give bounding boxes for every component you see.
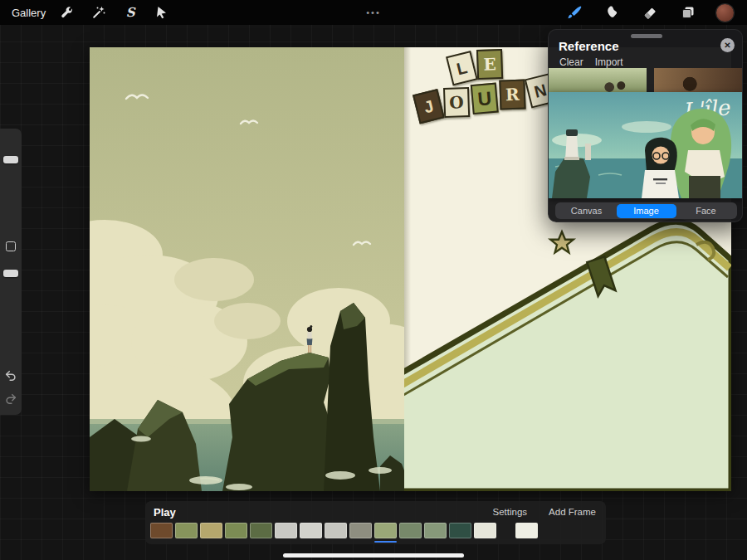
animation-frame[interactable]: [200, 523, 222, 538]
play-button[interactable]: Play: [154, 506, 176, 519]
drag-handle[interactable]: [631, 34, 662, 38]
animation-frame[interactable]: [175, 523, 198, 538]
reference-thumbnail-strip: [549, 68, 743, 95]
animation-assist-bar: Play Settings Add Frame: [145, 501, 606, 544]
clear-button[interactable]: Clear: [559, 56, 583, 68]
active-color-swatch[interactable]: [716, 4, 734, 22]
animation-frame[interactable]: [374, 523, 397, 538]
animation-frame[interactable]: [349, 523, 372, 538]
collage-letter: L: [446, 51, 478, 85]
modify-button[interactable]: [6, 241, 16, 251]
animation-frame[interactable]: [474, 523, 496, 538]
collage-letter: U: [471, 83, 499, 115]
animation-frame[interactable]: [275, 523, 297, 538]
eraser-icon[interactable]: [640, 3, 660, 22]
animation-frame[interactable]: [250, 523, 272, 538]
home-indicator[interactable]: [283, 553, 464, 558]
actions-wrench-icon[interactable]: [57, 3, 77, 22]
top-toolbar: Gallery S •••: [0, 0, 747, 25]
animation-frame[interactable]: [150, 523, 173, 538]
collage-letter: R: [499, 80, 525, 110]
redo-icon[interactable]: [2, 391, 19, 407]
gallery-button[interactable]: Gallery: [12, 7, 46, 19]
reference-tab[interactable]: Canvas: [557, 204, 617, 218]
collage-letter: E: [476, 49, 503, 80]
animation-frame[interactable]: [399, 523, 422, 538]
undo-icon[interactable]: [2, 368, 19, 384]
selection-s-icon[interactable]: S: [120, 3, 140, 22]
procreate-app: Gallery S •••: [0, 0, 747, 560]
brush-icon[interactable]: [564, 3, 583, 22]
reference-tab-bar: CanvasImageFace: [555, 202, 737, 219]
reference-image[interactable]: L'île: [549, 92, 743, 198]
animation-settings-button[interactable]: Settings: [493, 507, 528, 517]
animation-frame[interactable]: [325, 523, 347, 538]
reference-tab[interactable]: Image: [617, 204, 676, 218]
side-controls: [0, 129, 22, 415]
reference-thumbnail[interactable]: [549, 68, 647, 95]
animation-frame[interactable]: [300, 523, 322, 538]
empty-frame-slot[interactable]: [515, 523, 538, 538]
frame-timeline: [150, 523, 496, 538]
collage-letter: J: [413, 89, 445, 124]
quick-menu-dots[interactable]: •••: [366, 0, 381, 25]
smudge-finger-icon[interactable]: [602, 3, 622, 22]
add-frame-button[interactable]: Add Frame: [549, 507, 596, 517]
animation-frame[interactable]: [449, 523, 471, 538]
close-icon[interactable]: ✕: [720, 38, 735, 52]
layers-icon[interactable]: [678, 3, 698, 22]
artwork-sea-cliffs: [90, 47, 404, 491]
animation-frame[interactable]: [424, 523, 447, 538]
adjustments-magic-wand-icon[interactable]: [89, 3, 109, 22]
opacity-slider[interactable]: [3, 270, 18, 277]
collage-letter: O: [443, 87, 470, 118]
reference-thumbnail[interactable]: [654, 68, 743, 95]
import-button[interactable]: Import: [595, 56, 623, 68]
animation-frame[interactable]: [225, 523, 247, 538]
transform-arrow-icon[interactable]: [152, 3, 172, 22]
brush-size-slider[interactable]: [3, 156, 18, 163]
reference-tab[interactable]: Face: [676, 204, 736, 218]
reference-panel-title: Reference: [559, 39, 619, 53]
reference-panel[interactable]: Reference ✕ Clear Import: [548, 29, 743, 222]
